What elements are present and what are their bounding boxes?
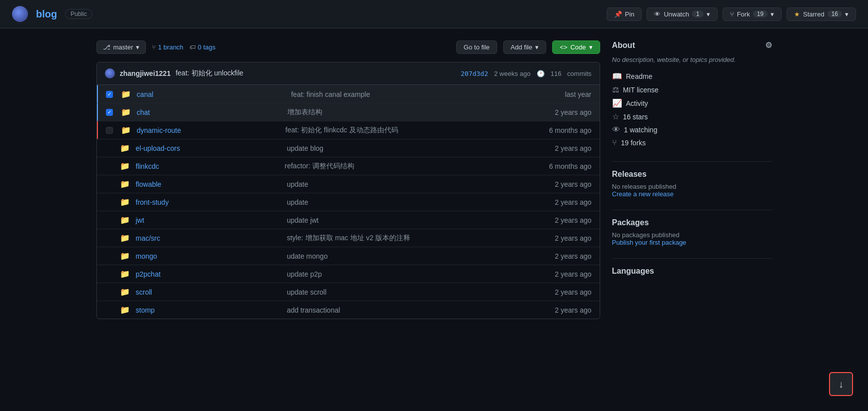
releases-section: Releases No releases published Create a …	[612, 170, 772, 198]
file-message: update blog	[287, 144, 550, 152]
file-message: update p2p	[287, 270, 550, 278]
go-to-file-button[interactable]: Go to file	[456, 40, 497, 54]
file-name[interactable]: dynamic-route	[137, 126, 281, 134]
file-message: udate mongo	[287, 252, 550, 260]
folder-icon: 📁	[120, 305, 131, 315]
folder-icon: 📁	[120, 179, 131, 189]
folder-icon: 📁	[120, 251, 131, 261]
unwatch-button[interactable]: 👁 Unwatch 1 ▾	[647, 7, 717, 21]
eye-icon: 👁	[654, 10, 661, 18]
book-icon: 📖	[612, 71, 622, 81]
divider	[612, 258, 772, 259]
file-name[interactable]: jwt	[136, 216, 282, 224]
divider	[612, 210, 772, 210]
file-name[interactable]: flinkcdc	[136, 162, 280, 170]
star-icon: ★	[794, 10, 800, 18]
table-row: 📁 dynamic-route feat: 初始化 flinkcdc 及动态路由…	[97, 121, 600, 139]
file-name[interactable]: p2pchat	[136, 270, 282, 278]
file-name[interactable]: el-upload-cors	[136, 144, 282, 152]
commit-hash[interactable]: 207d3d2	[461, 70, 488, 77]
file-message: update jwt	[287, 216, 550, 224]
branch-fork-icon: ⑂	[152, 43, 156, 51]
folder-icon: 📁	[120, 287, 131, 297]
stars-link[interactable]: ☆ 16 stars	[612, 110, 772, 123]
balance-icon: ⚖	[612, 85, 619, 94]
star-icon: ☆	[612, 112, 619, 121]
repo-name[interactable]: blog	[36, 8, 57, 20]
file-name[interactable]: flowable	[136, 180, 282, 188]
readme-link[interactable]: 📖 Readme	[612, 69, 772, 83]
file-time: 2 years ago	[555, 306, 591, 314]
folder-icon: 📁	[121, 107, 132, 117]
activity-link[interactable]: 📈 Activity	[612, 96, 772, 110]
table-row: 📁 front-study update 2 years ago	[97, 193, 600, 211]
table-row: 📁 p2pchat update p2p 2 years ago	[97, 265, 600, 283]
tag-icon: 🏷	[189, 43, 196, 51]
sidebar: About ⚙ No description, website, or topi…	[612, 40, 772, 319]
forks-link[interactable]: ⑂ 19 forks	[612, 136, 772, 149]
arrow-down-icon: ↓	[839, 379, 844, 390]
commit-bar: zhangjiwei1221 feat: 初始化 unlockfile 207d…	[96, 62, 600, 85]
file-time: 2 years ago	[555, 198, 591, 206]
file-time: 2 years ago	[555, 144, 591, 152]
folder-icon: 📁	[120, 269, 131, 279]
file-name[interactable]: front-study	[136, 198, 282, 206]
commit-history[interactable]: 116 commits	[551, 70, 592, 77]
star-button[interactable]: ★ Starred 16 ▾	[787, 7, 856, 21]
about-section: About ⚙ No description, website, or topi…	[612, 40, 772, 149]
no-packages: No packages published	[612, 231, 772, 239]
publish-package-link[interactable]: Publish your first package	[612, 239, 772, 246]
file-time: 6 months ago	[549, 126, 592, 134]
file-name[interactable]: mac/src	[136, 234, 282, 242]
table-row: 📁 canal feat: finish canal example last …	[97, 85, 600, 103]
code-button[interactable]: <> Code ▾	[552, 40, 600, 54]
about-description: No description, website, or topics provi…	[612, 56, 772, 63]
folder-icon: 📁	[120, 143, 131, 153]
watching-link[interactable]: 👁 1 watching	[612, 123, 772, 136]
file-name[interactable]: scroll	[136, 288, 282, 296]
folder-icon: 📁	[120, 215, 131, 225]
file-message: update scroll	[287, 288, 550, 296]
star-count: 16	[828, 10, 842, 17]
branch-selector[interactable]: ⎇ master ▾	[96, 40, 146, 54]
languages-section: Languages	[612, 267, 772, 276]
file-message: style: 增加获取 mac 地址 v2 版本的注释	[287, 234, 550, 243]
row-checkbox[interactable]	[106, 109, 113, 116]
commit-author[interactable]: zhangjiwei1221	[120, 69, 171, 77]
add-file-button[interactable]: Add file ▾	[503, 40, 546, 54]
repo-content: ⎇ master ▾ ⑂ 1 branch 🏷 0 tags Go to fil…	[96, 40, 600, 319]
file-message: update	[287, 198, 550, 206]
row-checkbox[interactable]	[106, 127, 113, 134]
code-icon: <>	[560, 43, 567, 51]
file-name[interactable]: chat	[137, 108, 283, 116]
pin-icon: 📌	[614, 10, 622, 18]
packages-title: Packages	[612, 218, 772, 227]
file-name[interactable]: stomp	[136, 306, 282, 314]
table-row: 📁 mongo udate mongo 2 years ago	[97, 247, 600, 265]
chevron-down-icon: ▾	[707, 10, 710, 18]
branch-chevron-icon: ▾	[136, 43, 139, 51]
license-link[interactable]: ⚖ MIT license	[612, 83, 772, 96]
file-name[interactable]: mongo	[136, 252, 282, 260]
commit-right: 207d3d2 2 weeks ago 🕐 116 commits	[461, 70, 592, 77]
file-time: 2 years ago	[555, 234, 591, 242]
file-time: 2 years ago	[555, 270, 591, 278]
eye-icon: 👁	[612, 125, 620, 134]
file-name[interactable]: canal	[137, 90, 286, 98]
top-nav: blog Public 📌 Pin 👁 Unwatch 1 ▾ ⑂ Fork 1…	[0, 0, 868, 28]
create-release-link[interactable]: Create a new release	[612, 190, 772, 198]
divider	[612, 161, 772, 162]
tag-count[interactable]: 🏷 0 tags	[189, 43, 215, 51]
nav-actions: 📌 Pin 👁 Unwatch 1 ▾ ⑂ Fork 19 ▾ ★ Starre…	[607, 7, 856, 21]
scroll-down-button[interactable]: ↓	[829, 372, 853, 396]
branch-count[interactable]: ⑂ 1 branch	[152, 43, 183, 51]
settings-icon[interactable]: ⚙	[765, 40, 772, 50]
pin-button[interactable]: 📌 Pin	[607, 7, 642, 21]
fork-button[interactable]: ⑂ Fork 19 ▾	[723, 7, 782, 21]
file-message: update	[287, 180, 550, 188]
commit-time: 2 weeks ago	[494, 70, 531, 77]
star-chevron-icon: ▾	[845, 10, 849, 18]
activity-icon: 📈	[612, 98, 622, 108]
row-checkbox[interactable]	[106, 91, 113, 98]
about-title: About ⚙	[612, 40, 772, 50]
